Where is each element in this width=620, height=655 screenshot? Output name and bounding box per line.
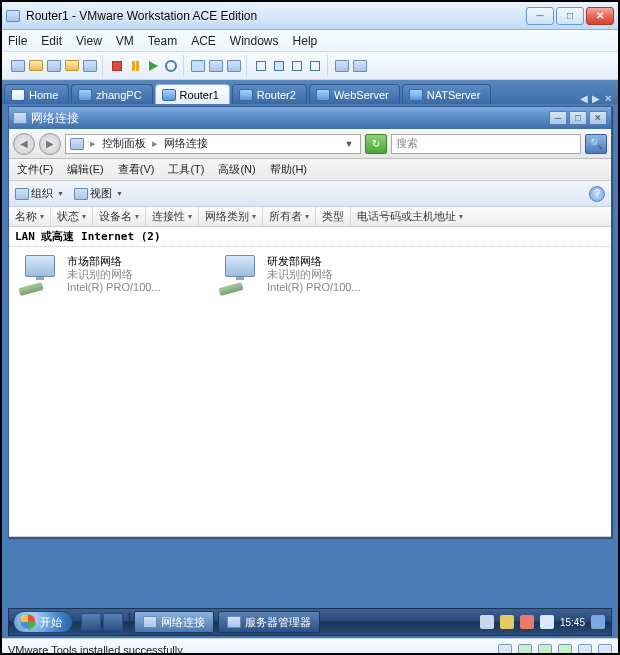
menu-vm[interactable]: VM <box>116 34 134 48</box>
status-usb-icon[interactable] <box>598 644 612 656</box>
reset-icon[interactable] <box>163 58 179 74</box>
taskbar-app-label: 服务器管理器 <box>245 615 311 630</box>
col-device[interactable]: 设备名 <box>93 207 146 226</box>
forward-button[interactable]: ▶ <box>39 133 61 155</box>
snapshot-icon[interactable] <box>190 58 206 74</box>
list-area[interactable]: LAN 或高速 Internet (2) 市场部网络 未识别的网络 Intel(… <box>9 227 611 537</box>
organize-button[interactable]: 组织 <box>15 186 64 201</box>
breadcrumb[interactable]: ▸ 控制面板 ▸ 网络连接 ▼ <box>65 134 361 154</box>
inner-window-title: 网络连接 <box>31 110 79 127</box>
taskbar-app-network[interactable]: 网络连接 <box>134 611 214 633</box>
col-category[interactable]: 网络类别 <box>199 207 263 226</box>
maximize-button[interactable]: □ <box>556 7 584 25</box>
views-button[interactable]: 视图 <box>74 186 123 201</box>
suspend-icon[interactable] <box>127 58 143 74</box>
status-network-icon[interactable] <box>538 644 552 656</box>
quick-switch-icon[interactable] <box>271 58 287 74</box>
inner-window-titlebar[interactable]: 网络连接 ─ □ ✕ <box>9 107 611 129</box>
col-type[interactable]: 类型 <box>316 207 351 226</box>
guest-display: 网络连接 ─ □ ✕ ◀ ▶ ▸ 控制面板 ▸ 网络连接 ▼ ↻ 搜索 🔍 <box>2 104 618 638</box>
status-cdrom-icon[interactable] <box>518 644 532 656</box>
quick-launch-item[interactable] <box>81 613 101 631</box>
power-off-icon[interactable] <box>109 58 125 74</box>
inner-close-button[interactable]: ✕ <box>589 111 607 125</box>
search-input[interactable]: 搜索 <box>391 134 581 154</box>
inner-maximize-button[interactable]: □ <box>569 111 587 125</box>
help-icon[interactable]: ? <box>589 186 605 202</box>
col-connectivity[interactable]: 连接性 <box>146 207 199 226</box>
address-bar: ◀ ▶ ▸ 控制面板 ▸ 网络连接 ▼ ↻ 搜索 🔍 <box>9 129 611 159</box>
tab-scroll-right-icon[interactable]: ▶ <box>592 93 600 104</box>
inner-minimize-button[interactable]: ─ <box>549 111 567 125</box>
open-team-icon[interactable] <box>64 58 80 74</box>
col-status[interactable]: 状态 <box>51 207 93 226</box>
tab-home[interactable]: Home <box>4 84 69 104</box>
menu-help[interactable]: Help <box>293 34 318 48</box>
appliance-icon[interactable] <box>352 58 368 74</box>
search-button[interactable]: 🔍 <box>585 134 607 154</box>
taskbar-app-servermgr[interactable]: 服务器管理器 <box>218 611 320 633</box>
network-adapter-item[interactable]: 市场部网络 未识别的网络 Intel(R) PRO/100... <box>19 255 199 295</box>
ace-icon[interactable] <box>82 58 98 74</box>
tab-router2[interactable]: Router2 <box>232 84 307 104</box>
new-team-icon[interactable] <box>46 58 62 74</box>
col-owner[interactable]: 所有者 <box>263 207 316 226</box>
inner-menu-advanced[interactable]: 高级(N) <box>218 162 255 177</box>
status-sound-icon[interactable] <box>578 644 592 656</box>
unity-icon[interactable] <box>307 58 323 74</box>
vmware-toolbar <box>2 52 618 80</box>
tab-natserver[interactable]: NATServer <box>402 84 492 104</box>
inner-toolbar: 组织 视图 ? <box>9 181 611 207</box>
tab-webserver[interactable]: WebServer <box>309 84 400 104</box>
quick-launch <box>81 613 123 631</box>
open-vm-icon[interactable] <box>28 58 44 74</box>
revert-icon[interactable] <box>208 58 224 74</box>
col-phone[interactable]: 电话号码或主机地址 <box>351 207 611 226</box>
menu-file[interactable]: File <box>8 34 27 48</box>
inner-menu-file[interactable]: 文件(F) <box>17 162 53 177</box>
tray-icon[interactable] <box>480 615 494 629</box>
menu-ace[interactable]: ACE <box>191 34 216 48</box>
tray-volume-icon[interactable] <box>540 615 554 629</box>
show-console-icon[interactable] <box>253 58 269 74</box>
inner-menu-view[interactable]: 查看(V) <box>118 162 155 177</box>
breadcrumb-leaf[interactable]: 网络连接 <box>164 136 208 151</box>
tray-icon[interactable] <box>500 615 514 629</box>
new-vm-icon[interactable] <box>10 58 26 74</box>
inner-menu-tools[interactable]: 工具(T) <box>168 162 204 177</box>
tray-security-icon[interactable] <box>520 615 534 629</box>
tab-scroll-left-icon[interactable]: ◀ <box>580 93 588 104</box>
menu-windows[interactable]: Windows <box>230 34 279 48</box>
network-icon <box>143 616 157 628</box>
breadcrumb-root[interactable]: 控制面板 <box>102 136 146 151</box>
tab-router1[interactable]: Router1 <box>155 84 230 104</box>
tray-clock[interactable]: 15:45 <box>560 617 585 628</box>
col-name[interactable]: 名称 <box>9 207 51 226</box>
adapter-device: Intel(R) PRO/100... <box>267 281 361 294</box>
menu-team[interactable]: Team <box>148 34 177 48</box>
back-button[interactable]: ◀ <box>13 133 35 155</box>
menu-view[interactable]: View <box>76 34 102 48</box>
status-hdd-icon[interactable] <box>498 644 512 656</box>
column-headers: 名称 状态 设备名 连接性 网络类别 所有者 类型 电话号码或主机地址 <box>9 207 611 227</box>
tab-close-icon[interactable]: ✕ <box>604 93 612 104</box>
start-button[interactable]: 开始 <box>13 611 73 633</box>
show-desktop-icon[interactable] <box>591 615 605 629</box>
snapshot-mgr-icon[interactable] <box>226 58 242 74</box>
quick-launch-item[interactable] <box>103 613 123 631</box>
inner-menu-edit[interactable]: 编辑(E) <box>67 162 104 177</box>
refresh-button[interactable]: ↻ <box>365 134 387 154</box>
address-dropdown-icon[interactable]: ▼ <box>342 139 356 149</box>
tab-zhangpc[interactable]: zhangPC <box>71 84 152 104</box>
network-adapter-item[interactable]: 研发部网络 未识别的网络 Intel(R) PRO/100... <box>219 255 399 295</box>
inner-menu-help[interactable]: 帮助(H) <box>270 162 307 177</box>
status-network2-icon[interactable] <box>558 644 572 656</box>
close-button[interactable]: ✕ <box>586 7 614 25</box>
summary-icon[interactable] <box>334 58 350 74</box>
fullscreen-icon[interactable] <box>289 58 305 74</box>
menu-edit[interactable]: Edit <box>41 34 62 48</box>
power-on-icon[interactable] <box>145 58 161 74</box>
tab-label: Router1 <box>180 89 219 101</box>
vmware-titlebar: Router1 - VMware Workstation ACE Edition… <box>2 2 618 30</box>
minimize-button[interactable]: ─ <box>526 7 554 25</box>
